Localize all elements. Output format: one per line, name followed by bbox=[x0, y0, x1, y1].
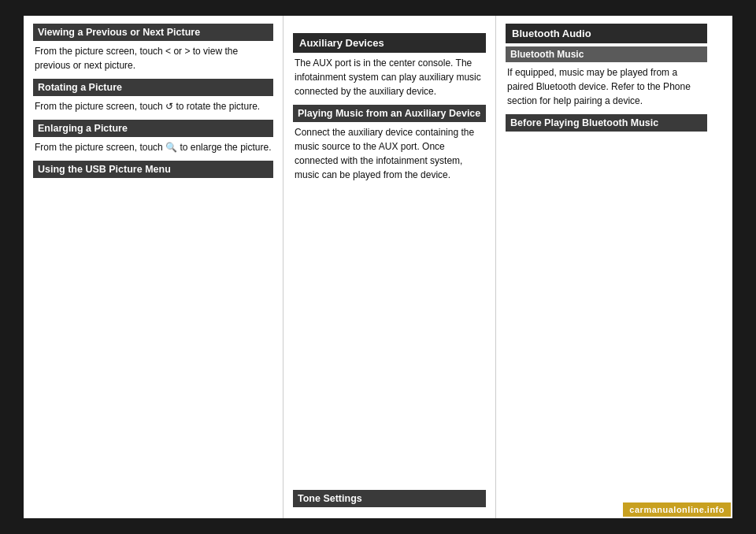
playing-music-body: Connect the auxiliary device containing … bbox=[293, 125, 486, 182]
bluetooth-music-subheader: Bluetooth Music bbox=[506, 46, 707, 62]
playing-music-header: Playing Music from an Auxiliary Device bbox=[293, 105, 486, 122]
column-mid: Auxiliary Devices The AUX port is in the… bbox=[284, 16, 496, 518]
before-bluetooth-header: Before Playing Bluetooth Music bbox=[506, 114, 707, 132]
column-left: Viewing a Previous or Next Picture From … bbox=[24, 16, 284, 518]
section-viewing: Viewing a Previous or Next Picture From … bbox=[33, 24, 273, 79]
section-auxiliary-devices: Auxiliary Devices The AUX port is in the… bbox=[293, 33, 486, 105]
auxiliary-devices-body: The AUX port is in the center console. T… bbox=[293, 56, 486, 98]
rotating-header: Rotating a Picture bbox=[33, 79, 273, 96]
tone-settings-header: Tone Settings bbox=[293, 490, 486, 507]
tone-settings-section: Tone Settings bbox=[293, 482, 486, 510]
section-before-bluetooth: Before Playing Bluetooth Music bbox=[506, 114, 707, 135]
section-usb-menu: Using the USB Picture Menu bbox=[33, 161, 273, 181]
bluetooth-audio-body: If equipped, music may be played from a … bbox=[506, 65, 707, 108]
section-enlarging: Enlarging a Picture From the picture scr… bbox=[33, 120, 273, 161]
enlarging-header: Enlarging a Picture bbox=[33, 120, 273, 137]
viewing-header: Viewing a Previous or Next Picture bbox=[33, 24, 273, 41]
watermark: carmanualonline.info bbox=[623, 502, 731, 517]
auxiliary-devices-header: Auxiliary Devices bbox=[293, 33, 486, 53]
bluetooth-audio-header: Bluetooth Audio bbox=[506, 24, 707, 43]
rotating-body: From the picture screen, touch ↺ to rota… bbox=[33, 99, 273, 113]
section-rotating: Rotating a Picture From the picture scre… bbox=[33, 79, 273, 120]
section-playing-music: Playing Music from an Auxiliary Device C… bbox=[293, 105, 486, 188]
page-content: Viewing a Previous or Next Picture From … bbox=[24, 16, 732, 518]
viewing-body: From the picture screen, touch < or > to… bbox=[33, 44, 273, 72]
section-bluetooth-audio: Bluetooth Audio Bluetooth Music If equip… bbox=[506, 24, 707, 114]
column-right: Bluetooth Audio Bluetooth Music If equip… bbox=[496, 16, 717, 518]
usb-menu-header: Using the USB Picture Menu bbox=[33, 161, 273, 178]
enlarging-body: From the picture screen, touch 🔍 to enla… bbox=[33, 140, 273, 154]
